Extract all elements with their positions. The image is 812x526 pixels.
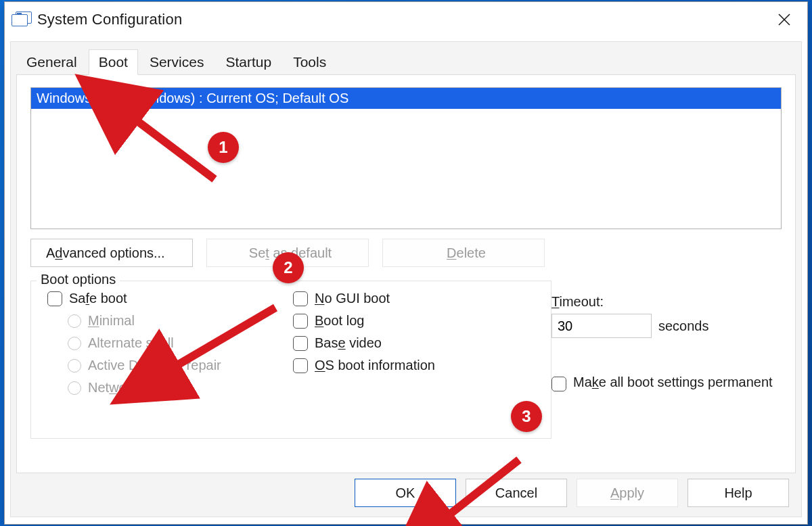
system-configuration-window: System Configuration General Boot Servic… <box>4 1 808 525</box>
dialog-body: General Boot Services Startup Tools Wind… <box>10 41 802 517</box>
tab-boot[interactable]: Boot <box>89 49 138 75</box>
titlebar: System Configuration <box>5 2 807 37</box>
delete-button: Delete <box>382 239 545 267</box>
boot-tab-page: Windows 11 (C:\Windows) : Current OS; De… <box>16 74 796 473</box>
no-gui-boot-checkbox[interactable]: No GUI boot <box>293 291 539 306</box>
close-icon <box>777 13 791 26</box>
tab-general[interactable]: General <box>16 49 87 74</box>
os-boot-info-checkbox[interactable]: OS boot information <box>293 358 539 373</box>
boot-options-legend: Boot options <box>37 272 120 287</box>
apply-button: Apply <box>577 479 678 507</box>
boot-log-checkbox[interactable]: Boot log <box>293 313 539 329</box>
safe-boot-minimal-radio: Minimal <box>68 313 293 329</box>
tab-tools[interactable]: Tools <box>283 49 336 74</box>
os-list[interactable]: Windows 11 (C:\Windows) : Current OS; De… <box>30 87 782 229</box>
timeout-section: Timeout: seconds Make all boot settings … <box>551 294 782 391</box>
timeout-seconds-label: seconds <box>658 318 709 334</box>
help-button[interactable]: Help <box>687 479 789 507</box>
base-video-checkbox[interactable]: Base video <box>293 335 539 351</box>
safe-boot-checkbox[interactable]: Safe boot <box>47 291 293 306</box>
tab-strip: General Boot Services Startup Tools <box>11 42 801 74</box>
close-button[interactable] <box>769 8 799 31</box>
ok-button[interactable]: OK <box>355 479 456 507</box>
os-list-item[interactable]: Windows 11 (C:\Windows) : Current OS; De… <box>31 88 781 109</box>
safe-boot-network-radio: Network <box>68 380 293 396</box>
tab-startup[interactable]: Startup <box>215 49 281 74</box>
boot-options-group: Boot options Safe boot Minimal Alternate… <box>30 281 551 439</box>
advanced-options-button[interactable]: Advanced options... <box>30 239 193 267</box>
timeout-input[interactable] <box>551 314 652 338</box>
safe-boot-alternate-shell-radio: Alternate shell <box>68 335 293 351</box>
tab-services[interactable]: Services <box>139 49 215 74</box>
msconfig-icon <box>12 11 30 28</box>
cancel-button[interactable]: Cancel <box>466 479 567 507</box>
safe-boot-ad-repair-radio: Active Directory repair <box>68 358 293 373</box>
set-as-default-button: Set as default <box>206 239 369 267</box>
make-permanent-checkbox[interactable]: Make all boot settings permanent <box>551 375 782 391</box>
timeout-label: Timeout: <box>551 294 782 310</box>
window-title: System Configuration <box>37 11 182 28</box>
